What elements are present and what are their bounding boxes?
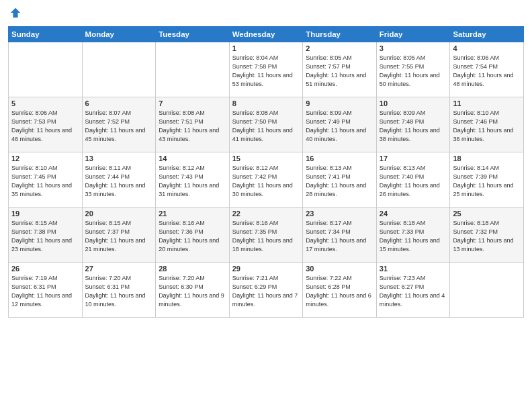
day-number: 4 [453,44,521,52]
day-info: Sunrise: 8:07 AMSunset: 7:52 PMDaylight:… [85,109,153,144]
day-number: 9 [306,99,373,107]
day-info: Sunrise: 8:08 AMSunset: 7:51 PMDaylight:… [159,109,226,144]
day-number: 15 [232,154,300,163]
day-number: 17 [380,154,447,163]
day-cell [82,42,156,97]
day-cell: 12Sunrise: 8:10 AMSunset: 7:45 PMDayligh… [9,152,83,207]
day-cell [156,42,230,97]
svg-marker-0 [11,8,20,17]
day-info: Sunrise: 8:18 AMSunset: 7:32 PMDaylight:… [453,219,521,254]
day-cell: 19Sunrise: 8:15 AMSunset: 7:38 PMDayligh… [9,207,83,262]
day-cell: 18Sunrise: 8:14 AMSunset: 7:39 PMDayligh… [450,152,524,207]
day-info: Sunrise: 7:20 AMSunset: 6:31 PMDaylight:… [85,274,153,309]
day-number: 12 [11,154,79,163]
day-cell: 31Sunrise: 7:23 AMSunset: 6:27 PMDayligh… [376,262,450,317]
day-info: Sunrise: 8:09 AMSunset: 7:48 PMDaylight:… [380,109,447,144]
day-cell: 22Sunrise: 8:16 AMSunset: 7:35 PMDayligh… [229,207,303,262]
day-info: Sunrise: 7:21 AMSunset: 6:29 PMDaylight:… [232,274,300,309]
day-info: Sunrise: 8:11 AMSunset: 7:44 PMDaylight:… [85,164,153,199]
day-info: Sunrise: 8:05 AMSunset: 7:55 PMDaylight:… [380,54,447,89]
logo-icon [9,7,21,19]
day-number: 18 [453,154,521,163]
day-cell: 9Sunrise: 8:09 AMSunset: 7:49 PMDaylight… [303,97,377,152]
day-cell [450,262,524,317]
week-row-3: 12Sunrise: 8:10 AMSunset: 7:45 PMDayligh… [9,152,524,207]
day-number: 3 [380,44,447,52]
day-cell: 24Sunrise: 8:18 AMSunset: 7:33 PMDayligh… [376,207,450,262]
day-info: Sunrise: 8:06 AMSunset: 7:54 PMDaylight:… [453,54,521,89]
day-number: 16 [306,154,373,163]
day-number: 25 [453,210,521,218]
day-cell: 21Sunrise: 8:16 AMSunset: 7:36 PMDayligh… [156,207,230,262]
day-cell: 23Sunrise: 8:17 AMSunset: 7:34 PMDayligh… [303,207,377,262]
day-number: 20 [85,210,153,218]
day-number: 5 [11,99,79,107]
day-cell: 26Sunrise: 7:19 AMSunset: 6:31 PMDayligh… [9,262,83,317]
day-number: 28 [159,265,226,273]
day-info: Sunrise: 8:16 AMSunset: 7:35 PMDaylight:… [232,219,300,254]
day-info: Sunrise: 8:10 AMSunset: 7:46 PMDaylight:… [453,109,521,144]
day-number: 10 [380,99,447,107]
week-row-1: 1Sunrise: 8:04 AMSunset: 7:58 PMDaylight… [9,42,524,97]
day-cell: 25Sunrise: 8:18 AMSunset: 7:32 PMDayligh… [450,207,524,262]
day-number: 23 [306,210,373,218]
day-info: Sunrise: 8:06 AMSunset: 7:53 PMDaylight:… [11,109,79,144]
day-info: Sunrise: 7:20 AMSunset: 6:30 PMDaylight:… [159,274,226,309]
day-cell: 6Sunrise: 8:07 AMSunset: 7:52 PMDaylight… [82,97,156,152]
day-cell: 10Sunrise: 8:09 AMSunset: 7:48 PMDayligh… [376,97,450,152]
day-info: Sunrise: 8:18 AMSunset: 7:33 PMDaylight:… [380,219,447,254]
week-row-2: 5Sunrise: 8:06 AMSunset: 7:53 PMDaylight… [9,97,524,152]
day-cell: 13Sunrise: 8:11 AMSunset: 7:44 PMDayligh… [82,152,156,207]
weekday-header-row: SundayMondayTuesdayWednesdayThursdayFrid… [9,26,524,42]
day-info: Sunrise: 7:23 AMSunset: 6:27 PMDaylight:… [380,274,447,309]
day-info: Sunrise: 8:16 AMSunset: 7:36 PMDaylight:… [159,219,226,254]
day-info: Sunrise: 8:15 AMSunset: 7:38 PMDaylight:… [11,219,79,254]
day-number: 2 [306,44,373,52]
day-info: Sunrise: 7:22 AMSunset: 6:28 PMDaylight:… [306,274,373,309]
day-cell: 11Sunrise: 8:10 AMSunset: 7:46 PMDayligh… [450,97,524,152]
day-info: Sunrise: 8:17 AMSunset: 7:34 PMDaylight:… [306,219,373,254]
day-number: 8 [232,99,300,107]
day-cell: 27Sunrise: 7:20 AMSunset: 6:31 PMDayligh… [82,262,156,317]
week-row-4: 19Sunrise: 8:15 AMSunset: 7:38 PMDayligh… [9,207,524,262]
logo [8,7,21,22]
day-number: 22 [232,210,300,218]
day-number: 21 [159,210,226,218]
day-cell: 30Sunrise: 7:22 AMSunset: 6:28 PMDayligh… [303,262,377,317]
weekday-header-thursday: Thursday [303,26,377,42]
day-number: 13 [85,154,153,163]
day-cell: 15Sunrise: 8:12 AMSunset: 7:42 PMDayligh… [229,152,303,207]
day-number: 26 [11,265,79,273]
day-number: 29 [232,265,300,273]
day-number: 27 [85,265,153,273]
day-cell: 29Sunrise: 7:21 AMSunset: 6:29 PMDayligh… [229,262,303,317]
day-number: 1 [232,44,300,52]
day-cell: 14Sunrise: 8:12 AMSunset: 7:43 PMDayligh… [156,152,230,207]
weekday-header-saturday: Saturday [450,26,524,42]
day-number: 14 [159,154,226,163]
day-info: Sunrise: 8:15 AMSunset: 7:37 PMDaylight:… [85,219,153,254]
day-info: Sunrise: 8:13 AMSunset: 7:41 PMDaylight:… [306,164,373,199]
day-info: Sunrise: 8:12 AMSunset: 7:42 PMDaylight:… [232,164,300,199]
day-cell: 2Sunrise: 8:05 AMSunset: 7:57 PMDaylight… [303,42,377,97]
weekday-header-wednesday: Wednesday [229,26,303,42]
day-info: Sunrise: 8:04 AMSunset: 7:58 PMDaylight:… [232,54,300,89]
weekday-header-monday: Monday [82,26,156,42]
day-number: 30 [306,265,373,273]
day-number: 19 [11,210,79,218]
day-cell: 20Sunrise: 8:15 AMSunset: 7:37 PMDayligh… [82,207,156,262]
day-cell: 3Sunrise: 8:05 AMSunset: 7:55 PMDaylight… [376,42,450,97]
day-info: Sunrise: 8:09 AMSunset: 7:49 PMDaylight:… [306,109,373,144]
day-info: Sunrise: 8:10 AMSunset: 7:45 PMDaylight:… [11,164,79,199]
weekday-header-tuesday: Tuesday [156,26,230,42]
calendar: SundayMondayTuesdayWednesdayThursdayFrid… [8,26,524,318]
day-cell: 1Sunrise: 8:04 AMSunset: 7:58 PMDaylight… [229,42,303,97]
day-cell: 16Sunrise: 8:13 AMSunset: 7:41 PMDayligh… [303,152,377,207]
day-number: 31 [380,265,447,273]
day-info: Sunrise: 8:12 AMSunset: 7:43 PMDaylight:… [159,164,226,199]
day-cell: 8Sunrise: 8:08 AMSunset: 7:50 PMDaylight… [229,97,303,152]
header [8,7,524,22]
day-info: Sunrise: 7:19 AMSunset: 6:31 PMDaylight:… [11,274,79,309]
logo-text [8,7,21,22]
day-number: 24 [380,210,447,218]
